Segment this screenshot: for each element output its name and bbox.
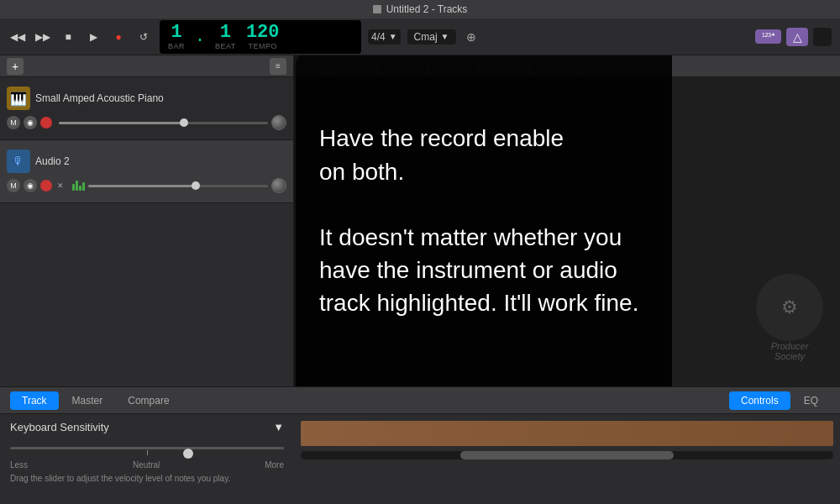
- bar-label: BAR: [168, 42, 185, 50]
- track-name-2: Audio 2: [35, 155, 70, 167]
- forward-button[interactable]: ▶▶: [34, 28, 52, 46]
- section-dropdown[interactable]: Keyboard Sensitivity ▼: [10, 421, 284, 433]
- extra-button[interactable]: [813, 28, 832, 46]
- track-name-row: 🎹 Small Amped Acoustic Piano: [7, 87, 286, 110]
- tab-compare[interactable]: Compare: [116, 391, 181, 410]
- slider-label-more: More: [265, 460, 284, 470]
- slider-labels: Less Neutral More: [10, 460, 284, 470]
- tab-track[interactable]: Track: [10, 391, 59, 410]
- tooltip-overlay: Have the record enable on both. It doesn…: [294, 55, 672, 386]
- window-title: Untitled 2 - Tracks: [386, 3, 468, 15]
- logo-watermark: ⚙ ProducerSociety: [756, 274, 823, 361]
- slider-track: [10, 447, 284, 449]
- record-arm-button[interactable]: [40, 117, 52, 129]
- bar-section: 1 BAR: [168, 24, 185, 50]
- play-button[interactable]: ▶: [84, 28, 102, 46]
- bottom-tabs: Track Master Compare Controls EQ: [0, 387, 840, 414]
- input-icon: ✕: [57, 181, 64, 190]
- eq-indicator: [72, 181, 85, 191]
- track-name-row-2: 🎙 Audio 2: [7, 150, 286, 173]
- smart-controls-label: ¹²³⁴: [762, 31, 774, 42]
- eq-bar-2: [76, 181, 78, 191]
- tuner-icon: ⊕: [463, 29, 480, 45]
- mute-button-2[interactable]: M: [7, 179, 20, 192]
- rewind-button[interactable]: ◀◀: [8, 28, 27, 46]
- producer-icon: ⚙: [781, 297, 798, 318]
- bottom-right-panel: [294, 414, 840, 504]
- library-button[interactable]: △: [786, 28, 808, 46]
- key-selector[interactable]: Cmaj ▼: [407, 29, 456, 45]
- record-button[interactable]: ●: [109, 28, 128, 46]
- add-track-button[interactable]: +: [7, 58, 24, 75]
- main-area: + ≡ 🎹 Small Amped Acoustic Piano M ◉: [0, 55, 840, 386]
- key-chevron: ▼: [441, 32, 449, 41]
- beat-label: BEAT: [215, 42, 236, 50]
- slider-handle[interactable]: [183, 449, 193, 459]
- tooltip-content: Have the record enable on both. It doesn…: [319, 122, 647, 319]
- eq-bar-3: [79, 186, 81, 191]
- volume-slider-area-2: [72, 178, 286, 193]
- horizontal-scrollbar[interactable]: [301, 451, 833, 459]
- bottom-panel: Track Master Compare Controls EQ Keyboar…: [0, 386, 840, 504]
- track-controls-2: M ◉ ✕: [7, 178, 286, 193]
- tempo-label: TEMPO: [246, 42, 280, 50]
- slider-label-less: Less: [10, 460, 28, 470]
- record-arm-button-2[interactable]: [40, 180, 52, 192]
- arrange-area: 1 3 5 7 9 11 Have the record enable on b…: [294, 55, 840, 386]
- scrollbar-thumb[interactable]: [460, 451, 674, 459]
- slider-label-neutral: Neutral: [133, 460, 160, 470]
- tooltip-line5: have the instrument or audio: [319, 257, 617, 283]
- track-list-header: + ≡: [0, 55, 293, 77]
- track-name: Small Amped Acoustic Piano: [35, 92, 164, 104]
- tempo-section: 120 TEMPO: [246, 24, 280, 50]
- pan-knob-2[interactable]: [271, 178, 286, 193]
- volume-slider[interactable]: [59, 122, 268, 124]
- time-separator: .: [195, 27, 205, 46]
- doc-icon: [373, 5, 381, 13]
- loop-button[interactable]: ↺: [134, 28, 153, 46]
- time-sig-chevron: ▼: [389, 32, 397, 41]
- volume-thumb: [180, 118, 188, 127]
- eq-bar-4: [82, 182, 85, 191]
- tooltip-line4: It doesn't matter whether you: [319, 224, 622, 250]
- section-label: Keyboard Sensitivity: [10, 421, 109, 433]
- bar-value: 1: [168, 24, 185, 42]
- tab-eq[interactable]: EQ: [792, 391, 830, 410]
- headphones-icon-2: ◉: [24, 179, 37, 192]
- table-row: 🎹 Small Amped Acoustic Piano M ◉: [0, 77, 293, 140]
- headphones-icon: ◉: [24, 116, 37, 129]
- pan-knob[interactable]: [271, 115, 286, 130]
- volume-slider-2[interactable]: [88, 185, 268, 187]
- volume-thumb-2: [192, 181, 200, 190]
- tab-controls[interactable]: Controls: [729, 391, 790, 410]
- logo-text: ProducerSociety: [756, 341, 823, 361]
- mute-button[interactable]: M: [7, 116, 20, 129]
- table-row: 🎙 Audio 2 M ◉ ✕: [0, 140, 293, 203]
- time-display: 1 BAR . 1 BEAT 120 TEMPO: [160, 20, 361, 54]
- time-sig-value: 4/4: [371, 31, 386, 43]
- smart-controls-button[interactable]: ¹²³⁴: [755, 29, 781, 44]
- bottom-description: Drag the slider to adjust the velocity l…: [10, 473, 284, 485]
- time-sig-selector[interactable]: 4/4 ▼: [368, 29, 401, 45]
- sensitivity-slider[interactable]: [10, 440, 284, 457]
- stop-button[interactable]: ■: [59, 28, 77, 46]
- transport-right: ¹²³⁴ △: [755, 28, 832, 46]
- title-bar: Untitled 2 - Tracks: [0, 0, 840, 18]
- options-icon: ≡: [276, 61, 281, 71]
- transport-bar: ◀◀ ▶▶ ■ ▶ ● ↺ 1 BAR . 1 BEAT 120 TEMPO 4…: [0, 18, 840, 55]
- bottom-left-panel: Keyboard Sensitivity ▼ Less Neutral More…: [0, 414, 294, 504]
- key-value: Cmaj: [414, 31, 438, 43]
- beat-section: 1 BEAT: [215, 24, 236, 50]
- slider-center-mark: [147, 450, 148, 455]
- eq-bar-1: [72, 184, 75, 191]
- tab-master[interactable]: Master: [60, 391, 115, 410]
- tooltip-line2: both.: [352, 159, 404, 185]
- track-list-options-button[interactable]: ≡: [270, 58, 286, 75]
- track-list: + ≡ 🎹 Small Amped Acoustic Piano M ◉: [0, 55, 294, 386]
- library-icon: △: [793, 30, 802, 44]
- bottom-content: Keyboard Sensitivity ▼ Less Neutral More…: [0, 414, 840, 504]
- track-controls: M ◉: [7, 115, 286, 130]
- bottom-right-tabs: Controls EQ: [729, 391, 830, 410]
- logo-circle: ⚙: [756, 274, 823, 341]
- track-instrument-icon: 🎹: [7, 87, 30, 110]
